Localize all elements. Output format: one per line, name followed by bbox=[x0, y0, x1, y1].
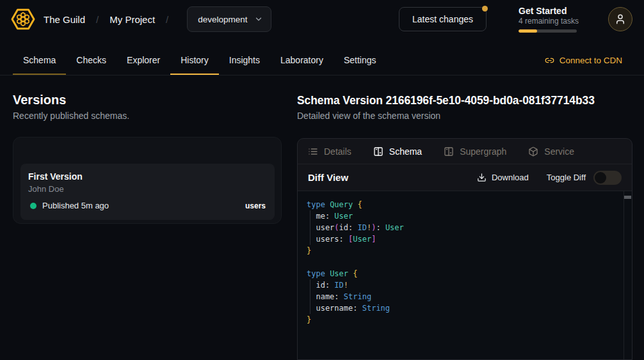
list-icon bbox=[308, 146, 318, 157]
nav-tab-settings[interactable]: Settings bbox=[334, 45, 387, 75]
connect-to-cdn-link[interactable]: Connect to CDN bbox=[545, 45, 622, 75]
latest-changes-button[interactable]: Latest changes bbox=[399, 7, 487, 31]
get-started-title: Get Started bbox=[519, 6, 577, 17]
version-status-row: Published 5m ago users bbox=[28, 201, 267, 210]
nav-tab-checks[interactable]: Checks bbox=[66, 45, 117, 75]
diff-toolbar-actions: Download Toggle Diff bbox=[477, 171, 622, 185]
versions-list-card: First Version John Doe Published 5m ago … bbox=[13, 137, 282, 224]
connect-to-cdn-label: Connect to CDN bbox=[559, 56, 622, 65]
tab-details[interactable]: Details bbox=[308, 146, 351, 157]
download-icon bbox=[477, 173, 487, 182]
link-icon bbox=[545, 56, 554, 65]
nav-tab-insights[interactable]: Insights bbox=[219, 45, 270, 75]
tab-label: Service bbox=[544, 146, 574, 157]
code-block: type Query { me: User user(id: ID!): Use… bbox=[307, 199, 632, 325]
get-started-widget[interactable]: Get Started 4 remaining tasks bbox=[519, 6, 577, 33]
published-status-dot bbox=[30, 203, 36, 209]
code-editor[interactable]: type Query { me: User user(id: ID!): Use… bbox=[298, 191, 632, 359]
versions-title: Versions bbox=[13, 93, 66, 107]
get-started-subtitle: 4 remaining tasks bbox=[519, 17, 577, 26]
versions-subtitle: Recently published schemas. bbox=[13, 111, 129, 121]
toggle-diff-switch[interactable] bbox=[593, 171, 622, 185]
breadcrumb-project[interactable]: My Project bbox=[109, 14, 155, 25]
schema-version-title: Schema Version 2166196f-5e10-4059-bd0a-0… bbox=[297, 94, 595, 107]
target-nav: Schema Checks Explorer History Insights … bbox=[0, 38, 644, 75]
nav-tab-label: History bbox=[181, 55, 209, 65]
columns-icon bbox=[373, 146, 383, 157]
breadcrumb-org[interactable]: The Guild bbox=[44, 14, 85, 25]
tab-label: Supergraph bbox=[460, 146, 506, 157]
latest-changes-label: Latest changes bbox=[412, 14, 473, 24]
guild-logo-icon[interactable] bbox=[10, 6, 36, 32]
diff-view-title: Diff View bbox=[308, 172, 348, 183]
indent-guide bbox=[310, 279, 310, 314]
tab-schema[interactable]: Schema bbox=[373, 146, 422, 157]
version-list-item[interactable]: First Version John Doe Published 5m ago … bbox=[20, 164, 275, 220]
header-right: Latest changes Get Started 4 remaining t… bbox=[399, 6, 632, 33]
breadcrumb-separator: / bbox=[166, 14, 168, 25]
get-started-progress-fill bbox=[519, 29, 537, 33]
service-badge: users bbox=[245, 201, 267, 210]
nav-tab-explorer[interactable]: Explorer bbox=[117, 45, 170, 75]
diff-toolbar: Diff View Download Toggle Diff bbox=[298, 164, 632, 191]
nav-tab-label: Insights bbox=[229, 55, 260, 65]
download-button[interactable]: Download bbox=[477, 173, 529, 182]
nav-tab-schema[interactable]: Schema bbox=[13, 45, 66, 75]
version-name: First Version bbox=[28, 171, 267, 182]
user-icon bbox=[615, 13, 626, 25]
chevron-down-icon bbox=[254, 15, 263, 24]
nav-tab-history[interactable]: History bbox=[170, 45, 219, 75]
version-author: John Doe bbox=[28, 184, 267, 194]
indent-guide bbox=[310, 210, 310, 245]
version-detail-tabs: Details Schema Supergraph Service bbox=[298, 139, 632, 164]
toggle-knob bbox=[595, 172, 606, 184]
notification-dot bbox=[482, 6, 488, 12]
nav-tab-label: Explorer bbox=[127, 55, 160, 65]
nav-tab-label: Schema bbox=[23, 55, 56, 65]
user-avatar[interactable] bbox=[608, 7, 632, 31]
columns-icon bbox=[444, 146, 454, 157]
breadcrumb-separator: / bbox=[96, 14, 99, 25]
tab-label: Schema bbox=[389, 146, 422, 157]
schema-version-subtitle: Detailed view of the schema version bbox=[297, 111, 440, 121]
breadcrumb: The Guild / My Project / bbox=[44, 14, 179, 25]
cube-icon bbox=[528, 146, 538, 157]
nav-tab-laboratory[interactable]: Laboratory bbox=[270, 45, 334, 75]
editor-scrollbar[interactable] bbox=[624, 191, 632, 359]
environment-selector-value: development bbox=[198, 15, 247, 24]
tab-service[interactable]: Service bbox=[528, 146, 574, 157]
header: The Guild / My Project / development Lat… bbox=[0, 0, 644, 38]
tab-supergraph[interactable]: Supergraph bbox=[444, 146, 506, 157]
download-label: Download bbox=[492, 173, 529, 182]
environment-selector[interactable]: development bbox=[187, 6, 271, 32]
get-started-progress bbox=[519, 29, 577, 33]
nav-tab-label: Laboratory bbox=[280, 55, 323, 65]
nav-tab-label: Checks bbox=[76, 55, 106, 65]
nav-tab-label: Settings bbox=[344, 55, 376, 65]
toggle-diff-label: Toggle Diff bbox=[547, 173, 586, 182]
tab-label: Details bbox=[324, 146, 351, 157]
editor-scrollbar-thumb[interactable] bbox=[624, 196, 631, 199]
app-root: The Guild / My Project / development Lat… bbox=[0, 0, 644, 360]
schema-version-card: Details Schema Supergraph Service Diff V… bbox=[297, 138, 632, 360]
version-status: Published 5m ago bbox=[42, 201, 109, 210]
